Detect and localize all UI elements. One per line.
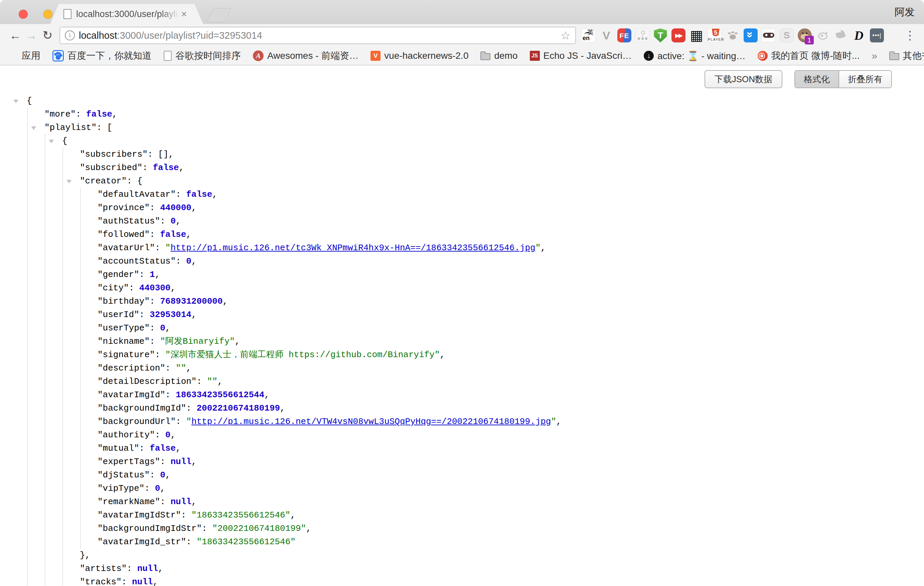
collapse-expander-icon[interactable]: ▼ — [66, 176, 76, 187]
json-token-p: , — [160, 484, 165, 494]
json-token-k: "province" — [97, 203, 150, 213]
json-line: "vipType": 0, — [97, 482, 924, 495]
json-line: "subscribed": false, — [80, 161, 924, 174]
json-line: "nickname": "阿发Binaryify", — [97, 335, 924, 348]
json-token-p: : — [127, 564, 137, 574]
bluedl-extension-icon[interactable]: » — [744, 28, 757, 43]
json-link[interactable]: http://p1.music.126.net/tc3Wk_XNPmwiR4hx… — [170, 243, 535, 253]
reload-icon[interactable]: ↻ — [40, 27, 56, 43]
json-line: "userId": 32953014, — [97, 308, 924, 321]
json-token-k: "description" — [97, 363, 165, 373]
json-token-k: "userType" — [97, 323, 150, 333]
minimize-window-button[interactable] — [43, 10, 53, 19]
json-token-k: "userId" — [97, 310, 139, 320]
json-token-k: "followed" — [97, 229, 150, 239]
json-token-p: : — [160, 497, 170, 507]
json-token-p: , — [290, 510, 295, 520]
json-line: "signature": "深圳市爱猫人士，前端工程师 https://gith… — [97, 348, 924, 362]
json-token-p: , — [264, 390, 270, 400]
vue-extension-icon[interactable]: V — [599, 28, 613, 43]
bookmarks-overflow-icon[interactable]: » — [871, 50, 877, 61]
fe-extension-icon[interactable]: FE — [617, 28, 631, 43]
browser-menu-icon[interactable]: ⋮ — [903, 28, 917, 43]
download-json-button[interactable]: 下载JSON数据 — [705, 70, 782, 88]
fe-glyph: FE — [620, 32, 629, 39]
bookmark-item[interactable]: 百度一下，你就知道 — [53, 50, 152, 62]
bookmark-item[interactable]: JSEcho JS - JavaScri… — [530, 50, 632, 61]
json-token-p: , — [218, 376, 223, 386]
json-line: "authority": 0, — [97, 428, 924, 442]
json-line: }, — [80, 548, 924, 562]
bird-extension-icon[interactable] — [834, 28, 848, 43]
json-line: "detailDescription": "", — [97, 375, 924, 388]
json-token-p: : — [155, 430, 165, 440]
lastpass-extension-icon[interactable]: •••| — [870, 28, 884, 43]
json-token-p: : — [76, 109, 86, 119]
bookmark-item[interactable]: ↓active: ⌛ - waiting… — [644, 50, 746, 61]
format-button[interactable]: 格式化 — [795, 71, 839, 87]
site-info-icon[interactable]: i — [65, 30, 75, 40]
dscript-extension-icon[interactable]: D — [852, 28, 866, 43]
qrcode-extension-icon[interactable]: ▦ — [690, 28, 703, 43]
json-token-p: : — [155, 243, 165, 253]
json-line: "defaultAvatar": false, — [97, 188, 924, 201]
h5player-extension-icon[interactable]: 5 — [708, 28, 721, 43]
json-token-k: "nickname" — [97, 337, 150, 347]
back-icon[interactable]: ← — [7, 27, 23, 43]
json-token-l: false — [153, 163, 179, 173]
weibogray-extension-icon[interactable] — [816, 28, 830, 43]
sbadge-glyph: S — [784, 31, 790, 40]
bookmark-star-icon[interactable]: ☆ — [561, 29, 571, 42]
json-token-p: : — [129, 283, 139, 293]
json-line: "authStatus": 0, — [97, 215, 924, 228]
paw-extension-icon[interactable] — [726, 28, 739, 43]
other-bookmarks-button[interactable]: 其他书签 — [889, 50, 924, 62]
bookmark-item[interactable]: 谷歌按时间排序 — [164, 50, 241, 62]
ff-extension-icon[interactable]: ▶▶ — [672, 28, 685, 43]
collapse-expander-icon[interactable]: ▼ — [49, 135, 58, 146]
json-token-k: "backgroundUrl" — [97, 417, 176, 427]
json-token-p: , — [176, 443, 181, 453]
json-line: ▼{ — [62, 134, 924, 148]
translate-extension-icon[interactable]: 英 — [581, 28, 595, 43]
close-window-button[interactable] — [19, 10, 28, 19]
collapse-all-button[interactable]: 折叠所有 — [839, 71, 891, 87]
shield-extension-icon[interactable]: T — [653, 28, 667, 43]
bookmark-item[interactable]: AAwesomes - 前端资… — [253, 50, 358, 62]
address-bar[interactable]: i localhost:3000/user/playlist?uid=32953… — [59, 27, 576, 44]
json-line: "remarkName": null, — [97, 495, 924, 508]
json-token-k: "djStatus" — [97, 470, 150, 480]
json-token-k: "creator" — [80, 176, 127, 186]
json-token-st: "" — [176, 363, 186, 373]
json-token-p: : — [139, 270, 150, 280]
tab-close-icon[interactable]: × — [181, 9, 187, 19]
collapse-expander-icon[interactable]: ▼ — [13, 96, 23, 106]
bookmark-item[interactable]: 我的首页 微博-随时... — [757, 50, 860, 62]
json-line: "userType": 0, — [97, 321, 924, 335]
json-token-k: "more" — [45, 109, 76, 119]
json-token-k: "subscribed" — [80, 163, 142, 173]
json-token-st: "18633423556612546" — [196, 537, 295, 547]
bookmark-label: demo — [494, 50, 518, 61]
json-line: "backgroundImgId": 2002210674180199, — [97, 401, 924, 415]
browser-toolbar: ← → ↻ i localhost:3000/user/playlist?uid… — [0, 24, 924, 47]
abadge-icon: A — [253, 50, 264, 61]
new-tab-button[interactable] — [206, 8, 231, 22]
page-icon — [164, 51, 172, 61]
bookmark-item[interactable]: 应用 — [8, 50, 40, 62]
bookmark-item[interactable]: demo — [480, 50, 518, 61]
json-token-l: null — [137, 564, 158, 574]
browser-tab[interactable]: localhost:3000/user/playlist?u × — [50, 4, 203, 24]
sitemap-extension-icon[interactable] — [635, 28, 649, 43]
monkey-extension-icon[interactable]: 1 — [798, 28, 812, 43]
bookmark-item[interactable]: Vvue-hackernews-2.0 — [370, 50, 469, 61]
vbadge-icon: V — [370, 51, 381, 61]
maskdoc-extension-icon[interactable] — [762, 28, 776, 43]
browser-profile-name[interactable]: 阿发 — [894, 5, 915, 19]
url-text[interactable]: localhost:3000/user/playlist?uid=3295301… — [79, 30, 561, 41]
sbadge-extension-icon[interactable]: S — [780, 28, 794, 43]
dscript-glyph: D — [854, 29, 863, 42]
json-link[interactable]: http://p1.music.126.net/VTW4vsN08vwL3uSQ… — [191, 417, 551, 427]
json-block: "more": false,▼"playlist": [▼{"subscribe… — [27, 107, 924, 586]
collapse-expander-icon[interactable]: ▼ — [31, 122, 40, 133]
